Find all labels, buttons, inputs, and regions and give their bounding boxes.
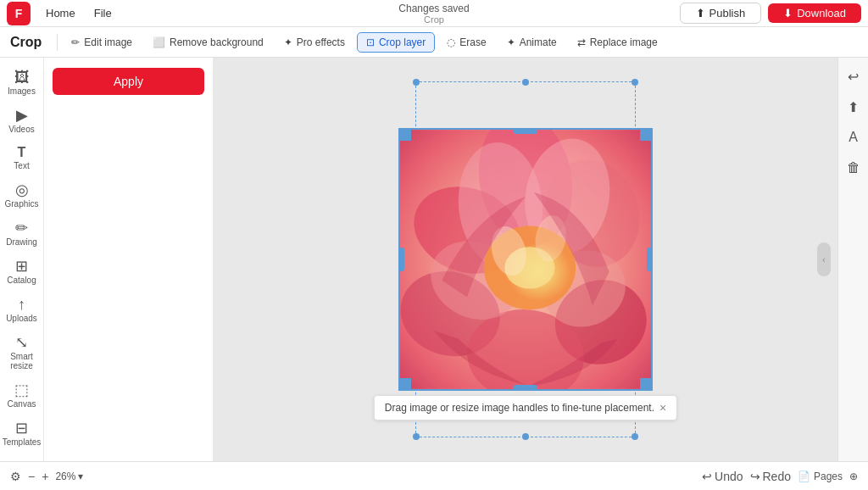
sidebar-item-collage[interactable]: ⊞ Collage: [3, 454, 42, 461]
sidebar-item-uploads[interactable]: ↑ Uploads: [3, 292, 42, 328]
file-button[interactable]: File: [86, 5, 120, 21]
catalog-label: Catalog: [7, 276, 36, 285]
download-icon: ⬇: [783, 7, 793, 19]
undo-button[interactable]: ↩ Undo: [702, 470, 743, 483]
zoom-display[interactable]: 26% ▾: [55, 471, 83, 482]
sidebar-item-templates[interactable]: ⊟ Templates: [3, 415, 42, 452]
text-label: Text: [14, 161, 29, 170]
sidebar-item-graphics[interactable]: ◎ Graphics: [3, 177, 42, 214]
dash-handle-bl[interactable]: [413, 433, 420, 440]
images-label: Images: [8, 86, 36, 96]
sidebar-item-text[interactable]: T Text: [3, 141, 42, 175]
crop-handle-tr[interactable]: [640, 129, 652, 141]
replace-image-label: Replace image: [590, 36, 658, 48]
replace-image-icon: ⇄: [577, 36, 586, 48]
graphics-icon: ◎: [15, 182, 29, 198]
crop-handle-mb[interactable]: [514, 385, 537, 391]
layers-button[interactable]: ⊕: [849, 471, 858, 482]
undo-mini-button[interactable]: ↩: [842, 64, 865, 88]
canvas-area[interactable]: Drag image or resize image handles to fi…: [214, 58, 837, 461]
panel-collapse-handle[interactable]: ‹: [817, 242, 831, 276]
publish-label: Publish: [709, 7, 746, 19]
zoom-out-icon: −: [28, 470, 35, 483]
remove-background-tool[interactable]: ⬜ Remove background: [144, 33, 272, 52]
edit-image-label: Edit image: [84, 36, 132, 48]
sidebar: 🖼 Images ▶ Videos T Text ◎ Graphics ✏ Dr…: [0, 58, 44, 461]
changes-saved-status: Changes saved: [398, 3, 469, 14]
uploads-label: Uploads: [6, 314, 37, 323]
remove-bg-icon: ⬜: [153, 36, 165, 48]
pro-effects-tool[interactable]: ✦ Pro effects: [275, 33, 353, 52]
tooltip-bar: Drag image or resize image handles to fi…: [374, 395, 677, 420]
download-button[interactable]: ⬇ Download: [768, 3, 861, 23]
left-panel: Apply: [44, 58, 214, 461]
crop-image-box[interactable]: [398, 128, 653, 391]
text-mini-button[interactable]: A: [842, 125, 865, 149]
tooltip-close-button[interactable]: ×: [659, 401, 666, 415]
pages-button[interactable]: 📄 Pages: [798, 471, 843, 482]
drawing-label: Drawing: [6, 237, 37, 247]
dash-handle-tl[interactable]: [413, 79, 420, 86]
crop-container[interactable]: [398, 81, 653, 437]
pro-effects-label: Pro effects: [297, 36, 345, 48]
zoom-arrow-icon: ▾: [78, 471, 83, 482]
pages-label: Pages: [814, 471, 843, 482]
zoom-in-button[interactable]: +: [42, 470, 48, 483]
erase-icon: ◌: [447, 36, 455, 48]
dash-handle-tr[interactable]: [632, 79, 638, 86]
crop-handle-br[interactable]: [640, 378, 652, 390]
canvas-label: Canvas: [8, 399, 36, 409]
sidebar-item-drawing[interactable]: ✏ Drawing: [3, 215, 42, 252]
page-title: Crop: [10, 35, 42, 50]
crop-handle-mt[interactable]: [514, 128, 537, 134]
sidebar-item-videos[interactable]: ▶ Videos: [3, 103, 42, 139]
text-icon: T: [18, 146, 26, 159]
canvas-icon: ⬚: [14, 382, 29, 398]
dash-handle-bc[interactable]: [522, 433, 529, 440]
app-logo[interactable]: F: [7, 2, 31, 25]
apply-button[interactable]: Apply: [53, 68, 204, 95]
zoom-value: 26%: [55, 471, 75, 482]
erase-tool[interactable]: ◌ Erase: [438, 33, 494, 52]
crop-handle-mr[interactable]: [647, 248, 653, 271]
sidebar-item-catalog[interactable]: ⊞ Catalog: [3, 253, 42, 290]
crop-layer-label: Crop layer: [379, 36, 426, 48]
edit-image-tool[interactable]: ✏ Edit image: [63, 33, 141, 52]
catalog-icon: ⊞: [15, 259, 28, 274]
replace-image-tool[interactable]: ⇄ Replace image: [569, 33, 666, 52]
home-button[interactable]: Home: [37, 5, 84, 21]
templates-label: Templates: [3, 437, 42, 447]
publish-button[interactable]: ⬆ Publish: [680, 3, 762, 24]
redo-label: Redo: [763, 470, 791, 483]
pro-effects-icon: ✦: [284, 36, 292, 48]
redo-button[interactable]: ↪ Redo: [750, 470, 791, 483]
dash-handle-tc[interactable]: [522, 79, 529, 86]
remove-bg-label: Remove background: [170, 36, 264, 48]
crop-handle-tl[interactable]: [399, 129, 411, 141]
flower-image: [400, 130, 651, 389]
cursor-button[interactable]: ⬆: [842, 95, 865, 119]
settings-button[interactable]: ⚙: [10, 470, 21, 483]
animate-tool[interactable]: ✦ Animate: [498, 33, 565, 52]
crop-handle-ml[interactable]: [398, 248, 404, 271]
changes-saved: Changes saved Crop: [398, 3, 469, 25]
topbar: F Home File Changes saved Crop ⬆ Publish…: [0, 0, 868, 27]
graphics-label: Graphics: [5, 199, 39, 209]
toolbar2: Crop ✏ Edit image ⬜ Remove background ✦ …: [0, 27, 868, 58]
drawing-icon: ✏: [15, 220, 28, 236]
sidebar-item-smart-resize[interactable]: ⤡ Smart resize: [3, 330, 42, 376]
sidebar-item-canvas[interactable]: ⬚ Canvas: [3, 377, 42, 414]
right-mini-toolbar: ↩ ⬆ A 🗑: [837, 58, 868, 461]
crop-layer-tool[interactable]: ⊡ Crop layer: [357, 32, 435, 53]
delete-mini-button[interactable]: 🗑: [842, 156, 865, 180]
crop-handle-bl[interactable]: [399, 378, 411, 390]
toolbar-separator: [57, 34, 58, 51]
sidebar-item-images[interactable]: 🖼 Images: [3, 64, 42, 101]
templates-icon: ⊟: [15, 420, 28, 436]
topbar-nav: Home File: [37, 5, 120, 21]
dash-handle-br[interactable]: [632, 433, 638, 440]
redo-icon: ↪: [750, 470, 760, 483]
zoom-out-button[interactable]: −: [28, 470, 35, 483]
crop-layer-icon: ⊡: [366, 36, 375, 48]
pages-icon: 📄: [798, 471, 810, 482]
